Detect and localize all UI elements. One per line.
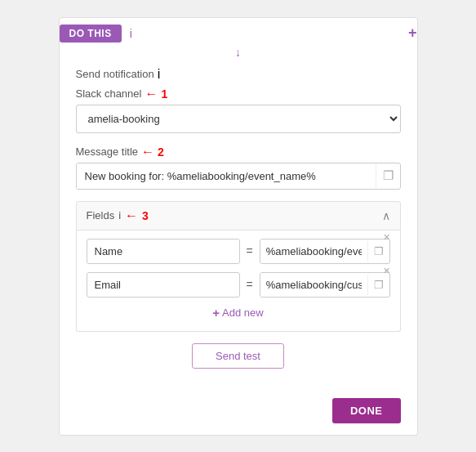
fields-body: ✕ = ❐ ✕ = ❐ + [76, 230, 401, 332]
field-key-1[interactable] [87, 239, 240, 264]
annotation-arrow-3: ← [125, 208, 138, 223]
add-icon[interactable]: + [408, 25, 417, 42]
annotation-num-2: 2 [158, 145, 164, 159]
fields-info-icon[interactable]: i [118, 209, 121, 222]
annotation-num-1: 1 [161, 87, 167, 101]
done-button[interactable]: DONE [332, 398, 401, 423]
fields-collapse-icon[interactable]: ∧ [382, 209, 390, 222]
field-value-wrap-2: ❐ [260, 272, 390, 298]
field-value-wrap-1: ❐ [260, 239, 390, 264]
annotation-num-3: 3 [142, 209, 149, 222]
row1-close-icon[interactable]: ✕ [383, 232, 390, 243]
top-info-icon[interactable]: i [130, 27, 132, 40]
field-value-input-1[interactable] [260, 239, 367, 263]
add-new-label: Add new [222, 307, 264, 319]
equals-2: = [247, 278, 253, 291]
add-new-plus-icon: + [212, 306, 220, 320]
row2-close-icon[interactable]: ✕ [383, 266, 390, 276]
slack-channel-label: Slack channel [76, 87, 142, 100]
field-value-copy-2[interactable]: ❐ [367, 275, 389, 295]
send-test-wrap: Send test [76, 343, 401, 369]
send-notification-label: Send notification [76, 68, 154, 80]
send-notification-info-icon[interactable]: i [158, 67, 161, 82]
table-row: ✕ = ❐ [87, 239, 390, 264]
fields-header: Fields i ← 3 ∧ [76, 201, 401, 230]
annotation-arrow-1: ← [145, 87, 158, 101]
fields-label: Fields [87, 209, 115, 222]
message-title-input[interactable] [77, 163, 376, 189]
field-value-input-2[interactable] [260, 273, 367, 297]
field-value-copy-1[interactable]: ❐ [367, 241, 389, 262]
annotation-arrow-2: ← [141, 145, 154, 159]
do-this-button[interactable]: DO THIS [60, 25, 122, 43]
down-arrow-icon: ↓ [235, 46, 241, 59]
message-title-field-wrap: ❐ [76, 163, 401, 190]
add-new-row: + Add new [87, 306, 390, 320]
table-row: ✕ = ❐ [87, 272, 390, 298]
message-title-copy-icon[interactable]: ❐ [376, 163, 400, 188]
send-test-button[interactable]: Send test [192, 343, 284, 369]
slack-channel-dropdown[interactable]: amelia-booking [76, 105, 401, 133]
done-row: DONE [60, 392, 417, 435]
field-key-2[interactable] [87, 272, 240, 298]
equals-1: = [247, 244, 253, 257]
message-title-label: Message title [76, 145, 139, 158]
add-new-button[interactable]: + Add new [212, 306, 263, 320]
